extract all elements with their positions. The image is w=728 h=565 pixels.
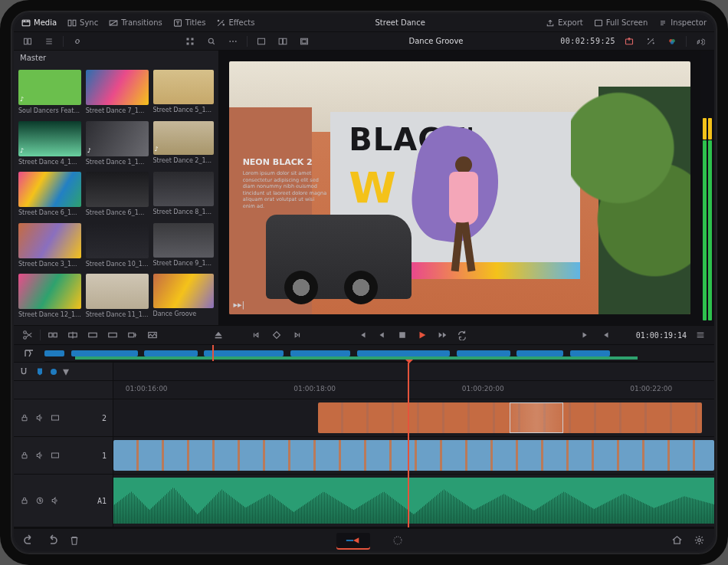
safe-area-icon[interactable] — [297, 34, 312, 48]
media-clip[interactable]: ♪Street Dance 2_1... — [153, 121, 215, 168]
video-enable-icon[interactable] — [51, 413, 60, 422]
media-clip[interactable]: Street Dance 6_1... — [18, 172, 81, 218]
gear-icon[interactable] — [694, 534, 705, 546]
bottom-bar — [14, 528, 714, 551]
undo-icon[interactable] — [23, 534, 35, 547]
mute-icon[interactable] — [51, 496, 60, 505]
svg-point-25 — [653, 42, 654, 43]
track-header-v2[interactable]: 2 — [14, 399, 113, 437]
media-clip-label: Street Dance 1_1... — [86, 159, 149, 166]
overwrite-icon[interactable] — [105, 328, 120, 342]
media-clip[interactable]: Street Dance 8_1... — [153, 172, 215, 218]
trash-icon[interactable] — [69, 535, 80, 546]
step-back-icon[interactable] — [375, 328, 390, 342]
viewer[interactable]: BLACK' W N NEON BLACK 2 Lorem ipsum dolo… — [219, 51, 700, 325]
media-clip[interactable]: Street Dance 10_1... — [86, 223, 149, 270]
media-clip[interactable]: Street Dance 3_1... — [18, 223, 81, 270]
marker-tool-icon[interactable] — [35, 367, 44, 376]
prev-keyframe-icon[interactable] — [249, 328, 264, 342]
next-keyframe-icon[interactable] — [289, 328, 304, 342]
menu-fullscreen[interactable]: Full Screen — [594, 18, 648, 28]
viewer-dual-icon[interactable] — [275, 34, 290, 48]
svg-rect-18 — [257, 38, 264, 44]
timeline-overview[interactable] — [44, 345, 714, 362]
video-enable-icon[interactable] — [51, 451, 60, 460]
split-clip-icon[interactable] — [45, 328, 61, 342]
media-clip[interactable]: ♪Soul Dancers Feat... — [18, 70, 81, 117]
lock-icon[interactable] — [20, 413, 29, 422]
search-icon[interactable] — [204, 34, 219, 48]
next-marker-icon[interactable]: ▸▸| — [234, 300, 245, 310]
media-clip[interactable]: ♪Street Dance 4_1... — [18, 121, 81, 168]
playhead[interactable] — [408, 363, 409, 527]
media-clip[interactable]: Street Dance 9_1... — [153, 223, 215, 270]
timeline-ruler[interactable]: 01:00:16:0001:00:18:0001:00:20:0001:00:2… — [113, 381, 714, 399]
menu-effects[interactable]: Effects — [216, 18, 254, 28]
insert-icon[interactable] — [85, 328, 100, 342]
options-icon[interactable] — [225, 34, 241, 48]
svg-rect-39 — [399, 332, 405, 338]
media-clip[interactable]: Street Dance 7_1... — [86, 70, 149, 117]
svg-rect-22 — [302, 39, 307, 43]
bin-view-icon[interactable] — [20, 34, 35, 48]
menu-transitions[interactable]: Transitions — [109, 18, 162, 28]
viewer-clip-name: Dance Groove — [409, 37, 464, 45]
menu-titles[interactable]: Titles — [173, 18, 206, 28]
lock-icon[interactable] — [20, 496, 29, 505]
menu-export[interactable]: Export — [546, 18, 583, 28]
step-fwd-icon[interactable] — [435, 328, 450, 342]
link-icon[interactable] — [70, 34, 85, 48]
lock-icon[interactable] — [20, 451, 29, 460]
viewer-single-icon[interactable] — [254, 34, 269, 48]
media-clip[interactable]: ♪Street Dance 1_1... — [86, 121, 149, 168]
ripple-icon[interactable] — [65, 328, 80, 342]
menu-sync[interactable]: Sync — [67, 18, 98, 28]
track-v1[interactable] — [113, 437, 714, 475]
quickexport-icon[interactable] — [621, 34, 637, 48]
loop-icon[interactable] — [454, 328, 470, 342]
redo-icon[interactable] — [46, 534, 58, 547]
track-header-a1[interactable]: A1 — [14, 475, 113, 527]
transport-menu-icon[interactable] — [693, 328, 708, 342]
svg-rect-2 — [73, 20, 76, 26]
play-icon[interactable] — [415, 328, 430, 342]
track-header-v1[interactable]: 1 — [14, 437, 113, 475]
go-start-icon[interactable] — [355, 328, 370, 342]
color-icon[interactable] — [664, 34, 680, 48]
go-prev-clip-icon[interactable] — [598, 328, 613, 342]
track-v2[interactable] — [113, 399, 714, 437]
keyframe-icon[interactable] — [269, 328, 284, 342]
cut-tool-icon[interactable] — [20, 328, 35, 342]
page-cut-icon[interactable] — [336, 533, 370, 548]
menu-media[interactable]: Media — [21, 18, 57, 28]
picture-icon[interactable] — [145, 328, 160, 342]
marker-color-swatch[interactable] — [51, 369, 57, 375]
menu-inspector[interactable]: Inspector — [658, 18, 707, 28]
audio-meter-icon[interactable] — [693, 34, 708, 48]
append-icon[interactable] — [125, 328, 140, 342]
thumbnail-view-icon[interactable] — [182, 34, 198, 48]
go-next-clip-icon[interactable] — [578, 328, 593, 342]
mute-icon[interactable] — [35, 413, 44, 422]
solo-icon[interactable] — [35, 496, 44, 505]
list-view-icon[interactable] — [41, 34, 57, 48]
home-icon[interactable] — [671, 534, 683, 546]
track-a1[interactable] — [113, 475, 714, 527]
svg-point-29 — [24, 337, 27, 340]
stop-icon[interactable] — [395, 328, 410, 342]
timeline-tools-icon[interactable] — [14, 345, 44, 362]
page-wheel-icon[interactable] — [381, 533, 415, 548]
media-clip-label: Street Dance 8_1... — [153, 209, 215, 215]
svg-point-5 — [218, 20, 220, 21]
magic-icon[interactable] — [643, 34, 658, 48]
media-clip[interactable]: Street Dance 5_1... — [153, 70, 215, 117]
media-clip-label: Street Dance 5_1... — [153, 107, 215, 113]
media-clip[interactable]: Street Dance 6_1... — [86, 172, 149, 218]
chevron-down-icon[interactable]: ▾ — [63, 364, 69, 379]
snap-icon[interactable] — [18, 366, 29, 377]
eject-icon[interactable] — [211, 328, 226, 342]
media-clip[interactable]: Street Dance 11_1... — [86, 274, 149, 320]
media-clip[interactable]: Dance Groove — [153, 274, 215, 320]
mute-icon[interactable] — [35, 451, 44, 460]
media-clip[interactable]: Street Dance 12_1... — [18, 274, 81, 320]
